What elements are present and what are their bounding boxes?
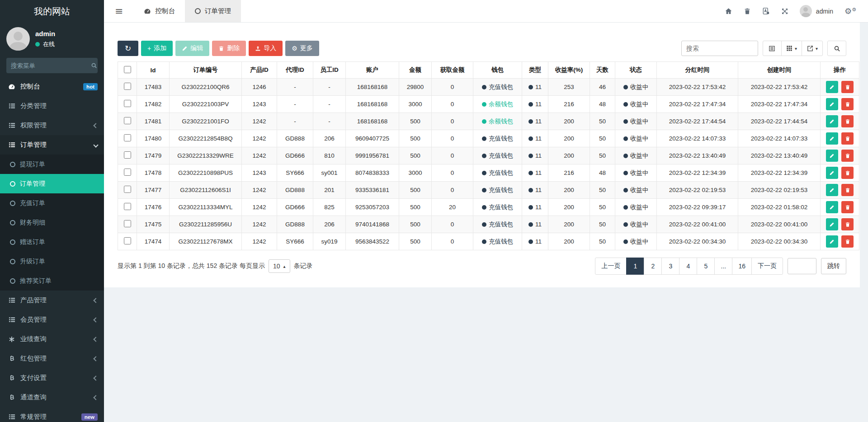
- row-checkbox[interactable]: [124, 186, 131, 193]
- cell-obtained: 0: [432, 96, 473, 113]
- wallet-dot-icon: [482, 119, 486, 124]
- row-checkbox[interactable]: [124, 203, 131, 210]
- sidebar-item-redpacket[interactable]: 红包管理: [0, 349, 104, 368]
- export-button[interactable]: ▾: [802, 41, 823, 56]
- sidebar-item-general[interactable]: 常规管理 new: [0, 407, 104, 422]
- row-delete-button[interactable]: [841, 150, 854, 162]
- row-select-cell: [118, 182, 137, 199]
- list-icon: [6, 297, 17, 304]
- trash-icon[interactable]: [744, 8, 751, 15]
- sidebar-item-dashboard[interactable]: 控制台 hot: [0, 77, 104, 96]
- page-number-button[interactable]: 16: [732, 258, 752, 275]
- page-number-button[interactable]: 5: [697, 258, 715, 275]
- trash-icon: [845, 84, 850, 90]
- jump-page-input[interactable]: [788, 258, 816, 274]
- row-edit-button[interactable]: [826, 184, 838, 196]
- jump-button[interactable]: 跳转: [821, 258, 846, 274]
- type-dot-icon: [528, 205, 533, 210]
- row-checkbox[interactable]: [124, 169, 131, 176]
- tab-order-management[interactable]: 订单管理: [185, 0, 241, 22]
- cell-dividend-time: 2023-02-22 12:34:39: [657, 164, 738, 182]
- cell-id: 17480: [137, 130, 170, 147]
- row-edit-button[interactable]: [826, 132, 838, 145]
- search-button[interactable]: [827, 41, 846, 56]
- page-number-button[interactable]: 4: [679, 258, 697, 275]
- row-delete-button[interactable]: [841, 81, 854, 93]
- delete-button[interactable]: 删除: [212, 41, 246, 56]
- circle-icon: [195, 8, 201, 14]
- row-checkbox[interactable]: [124, 237, 131, 244]
- row-edit-button[interactable]: [826, 235, 838, 248]
- refresh-icon: ↻: [125, 44, 131, 53]
- sidebar-item-products[interactable]: 产品管理: [0, 291, 104, 310]
- refresh-button[interactable]: ↻: [118, 41, 138, 56]
- sidebar-item-withdraw-orders[interactable]: 提现订单: [0, 155, 104, 174]
- row-delete-button[interactable]: [841, 98, 854, 110]
- cell-rate: 216: [548, 164, 590, 182]
- type-dot-icon: [528, 154, 533, 158]
- translate-icon[interactable]: [762, 7, 770, 15]
- sidebar-item-recharge-orders[interactable]: 充值订单: [0, 193, 104, 213]
- prev-page-button[interactable]: 上一页: [595, 258, 627, 275]
- sidebar-item-members[interactable]: 会员管理: [0, 310, 104, 329]
- settings-icon[interactable]: ⚙⚙: [844, 7, 856, 15]
- row-edit-button[interactable]: [826, 201, 838, 213]
- fullscreen-icon[interactable]: [781, 8, 788, 15]
- row-delete-button[interactable]: [841, 167, 854, 179]
- page-number-button[interactable]: 3: [661, 258, 679, 275]
- row-checkbox[interactable]: [124, 83, 131, 90]
- sidebar-item-upgrade-orders[interactable]: 升级订单: [0, 252, 104, 271]
- add-button[interactable]: + 添加: [141, 41, 173, 56]
- row-checkbox[interactable]: [124, 134, 131, 141]
- row-delete-button[interactable]: [841, 218, 854, 230]
- row-edit-button[interactable]: [826, 81, 838, 93]
- cell-amount: 500: [399, 216, 432, 233]
- columns-button[interactable]: ▾: [781, 41, 802, 56]
- sidebar-item-orders[interactable]: 订单管理: [0, 135, 104, 155]
- content-panel: ↻ + 添加 编辑 删除 导入 ⚙ 更多: [104, 23, 860, 287]
- row-delete-button[interactable]: [841, 115, 854, 127]
- row-edit-button[interactable]: [826, 115, 838, 127]
- detail-view-button[interactable]: [763, 41, 782, 56]
- sidebar-item-finance-detail[interactable]: 财务明细: [0, 213, 104, 232]
- sidebar-item-permissions[interactable]: 权限管理: [0, 116, 104, 135]
- edit-button[interactable]: 编辑: [175, 41, 209, 56]
- row-edit-button[interactable]: [826, 98, 838, 110]
- next-page-button[interactable]: 下一页: [751, 258, 783, 275]
- table-search-input[interactable]: [681, 41, 758, 56]
- cell-created-time: 2023-02-22 00:41:00: [738, 216, 821, 233]
- cell-created-time: 2023-02-22 02:19:53: [738, 182, 821, 199]
- sidebar-item-gift-orders[interactable]: 赠送订单: [0, 232, 104, 252]
- page-number-button[interactable]: 2: [644, 258, 662, 275]
- sidebar-search-input[interactable]: [11, 62, 91, 69]
- sidebar-item-payment-settings[interactable]: 支付设置: [0, 368, 104, 388]
- sidebar-item-category[interactable]: 分类管理: [0, 96, 104, 116]
- row-checkbox[interactable]: [124, 220, 131, 227]
- row-delete-button[interactable]: [841, 132, 854, 145]
- row-delete-button[interactable]: [841, 184, 854, 196]
- row-checkbox[interactable]: [124, 151, 131, 159]
- row-edit-button[interactable]: [826, 218, 838, 230]
- row-checkbox[interactable]: [124, 117, 131, 124]
- sidebar-item-referral-orders[interactable]: 推荐奖订单: [0, 271, 104, 291]
- row-delete-button[interactable]: [841, 235, 854, 248]
- chevron-left-icon: [93, 317, 98, 322]
- select-all-checkbox[interactable]: [124, 66, 131, 73]
- page-number-button[interactable]: ...: [714, 258, 732, 275]
- per-page-select[interactable]: 10 ▴: [269, 259, 290, 273]
- more-button[interactable]: ⚙ 更多: [285, 41, 319, 56]
- topbar-user[interactable]: admin: [800, 5, 833, 17]
- sidebar-item-channel-query[interactable]: 通道查询: [0, 388, 104, 407]
- row-edit-button[interactable]: [826, 150, 838, 162]
- import-button[interactable]: 导入: [249, 41, 283, 56]
- page-number-button[interactable]: 1: [626, 258, 644, 275]
- row-delete-button[interactable]: [841, 201, 854, 213]
- home-icon[interactable]: [725, 7, 732, 15]
- hamburger-icon[interactable]: ≡: [104, 5, 134, 17]
- row-checkbox[interactable]: [124, 100, 131, 107]
- sidebar-item-order-management[interactable]: 订单管理: [0, 174, 104, 193]
- hot-badge: hot: [83, 83, 98, 90]
- row-edit-button[interactable]: [826, 167, 838, 179]
- tab-dashboard[interactable]: 控制台: [134, 0, 185, 22]
- sidebar-item-performance[interactable]: 业绩查询: [0, 329, 104, 349]
